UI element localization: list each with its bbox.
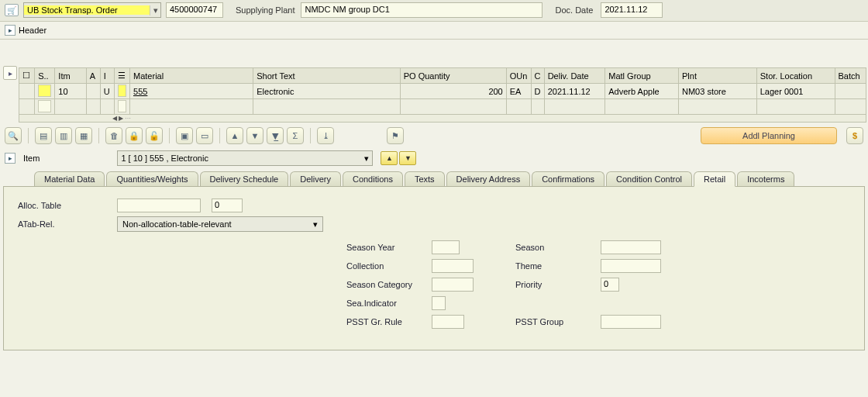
season-field[interactable] [601,240,661,254]
currency-icon[interactable]: $ [846,127,863,144]
cell-deliv[interactable]: 2021.11.12 [544,84,605,99]
cell-c[interactable]: D [531,84,544,99]
cell-short[interactable]: Electronic [253,84,400,99]
tab-conditions[interactable]: Conditions [343,171,403,186]
tab-delivery-address[interactable]: Delivery Address [446,171,531,186]
atab-rel-select[interactable]: Non-allocation-table-relevant ▾ [117,216,323,232]
doc-number-field[interactable]: 4500000747 [166,2,223,18]
priority-field[interactable]: 0 [601,278,619,292]
supplying-plant-label: Supplying Plant [236,5,294,15]
prev-item-button[interactable]: ▲ [381,151,398,165]
col-row-select[interactable]: ☐ [19,68,35,84]
expand-icon: ▸ [5,25,16,36]
find-button[interactable]: 🔍 [5,127,22,144]
season-cat-field[interactable] [432,278,474,292]
priority-label: Priority [515,280,601,289]
col-po-qty[interactable]: PO Quantity [400,68,506,84]
col-i[interactable]: I [100,68,114,84]
col-oun[interactable]: OUn [506,68,531,84]
scroll-right-icon[interactable]: ▶ [119,115,123,122]
sort-desc-button[interactable]: ▼ [246,127,264,144]
cell-matg[interactable]: Adverb Apple [605,84,679,99]
cell-a[interactable] [86,84,100,99]
item-select[interactable]: 1 [ 10 ] 555 , Electronic ▾ [117,150,373,166]
alloc-table-label: Alloc. Table [18,201,117,210]
tab-retail[interactable]: Retail [694,171,735,187]
item-tabs: Material Data Quantities/Weights Deliver… [3,171,865,187]
tab-condition-control[interactable]: Condition Control [606,171,692,186]
alloc-table-field[interactable] [117,198,201,212]
sea-ind-label: Sea.Indicator [346,299,432,308]
cell-oun[interactable]: EA [506,84,531,99]
paste-row-button[interactable]: ▦ [75,127,92,144]
psst-group-field[interactable] [601,315,661,329]
atab-rel-label: ATab-Rel. [18,219,117,229]
col-matl-group[interactable]: Matl Group [605,68,679,84]
tab-confirmations[interactable]: Confirmations [532,171,604,186]
sea-ind-field[interactable] [432,296,446,310]
export-button[interactable]: ⤓ [317,127,334,144]
doc-date-field[interactable]: 2021.11.12 [601,2,663,18]
scroll-left-icon[interactable]: ◀ [112,115,117,122]
default-values-button[interactable]: ⚑ [387,127,404,144]
unlock-button[interactable]: 🔓 [146,127,163,144]
theme-field[interactable] [601,259,661,273]
cell-status[interactable] [38,100,51,112]
detail-button[interactable]: ▣ [176,127,193,144]
cell-mat-icon[interactable] [118,85,126,97]
supplying-plant-field[interactable]: NMDC NM group DC1 [301,2,542,18]
tab-delivery-schedule[interactable]: Delivery Schedule [200,171,289,186]
retail-panel: Alloc. Table 0 ATab-Rel. Non-allocation-… [3,187,865,350]
cell-batch[interactable] [835,84,866,99]
grid-config-button[interactable]: ▸ [3,66,17,80]
copy-row-button[interactable]: ▥ [55,127,72,144]
header-section-toggle[interactable]: ▸ Header [0,22,868,40]
cell-plnt[interactable]: NM03 store [678,84,756,99]
sort-asc-button[interactable]: ▲ [226,127,243,144]
insert-row-button[interactable]: ▤ [35,127,52,144]
tab-texts[interactable]: Texts [405,171,445,186]
season-year-field[interactable] [432,240,460,254]
delete-row-button[interactable]: 🗑 [105,127,122,144]
next-item-button[interactable]: ▼ [399,151,416,165]
tab-quantities-weights[interactable]: Quantities/Weights [106,171,198,186]
expand-icon[interactable]: ▸ [5,153,16,164]
col-stor-loc[interactable]: Stor. Location [756,68,835,84]
psst-rule-field[interactable] [432,315,464,329]
table-row[interactable]: 10 U 555 Electronic 200 EA D 2021.11.12 … [19,84,866,99]
addl-planning-button[interactable]: Addl Planning [701,127,837,144]
scroll-dots-icon: ⋯ [125,115,131,122]
tab-delivery[interactable]: Delivery [290,171,341,186]
col-itm[interactable]: Itm [55,68,86,84]
col-a[interactable]: A [86,68,100,84]
grid-hscroll[interactable]: ◀ ▶ ⋯ [19,115,866,123]
cell-i[interactable]: U [100,84,114,99]
doc-type-select[interactable]: UB Stock Transp. Order ▾ [23,2,161,18]
col-batch[interactable]: Batch [835,68,866,84]
col-mat-icon[interactable]: ☰ [114,68,129,84]
tab-material-data[interactable]: Material Data [34,171,105,186]
tab-incoterms[interactable]: Incoterms [737,171,794,186]
col-deliv-date[interactable]: Deliv. Date [544,68,605,84]
col-c[interactable]: C [531,68,544,84]
cell-status[interactable] [38,85,51,97]
cell-material[interactable]: 555 [133,87,147,96]
expand-button[interactable]: ▭ [196,127,213,144]
cell-itm[interactable]: 10 [55,84,86,99]
atab-rel-value: Non-allocation-table-relevant [122,219,232,229]
filter-button[interactable]: ▼̲ [267,127,284,144]
col-plnt[interactable]: Plnt [678,68,756,84]
col-material[interactable]: Material [130,68,253,84]
table-row-empty[interactable] [19,99,866,115]
collection-field[interactable] [432,259,474,273]
col-short-text[interactable]: Short Text [253,68,400,84]
lock-button[interactable]: 🔒 [126,127,143,144]
retail-col-right: Season Theme Priority0 PSST Group [515,238,661,331]
col-status[interactable]: S.. [35,68,55,84]
sum-button[interactable]: Σ [287,127,304,144]
cell-mat-icon[interactable] [118,100,126,112]
season-year-label: Season Year [346,243,432,252]
cell-poq[interactable]: 200 [400,84,506,99]
alloc-table-num-field[interactable]: 0 [212,198,243,212]
cell-stor[interactable]: Lager 0001 [756,84,835,99]
